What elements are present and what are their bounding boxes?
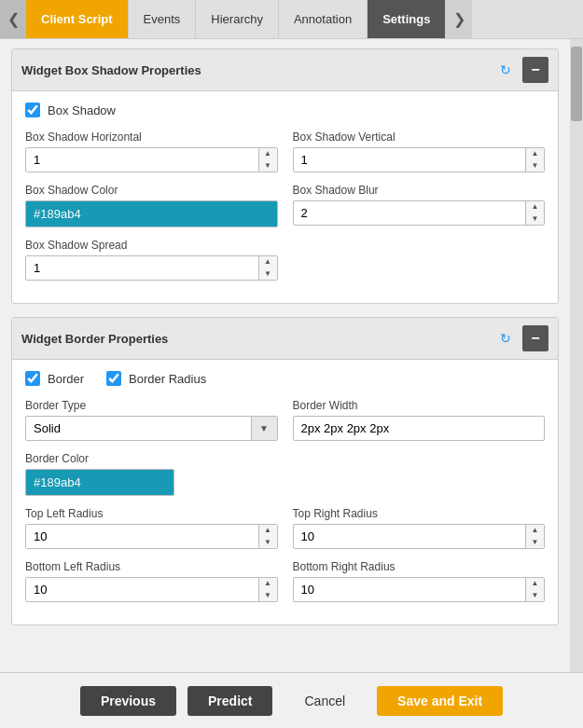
shadow-collapse-btn[interactable]: −: [522, 57, 548, 83]
scroll-track[interactable]: [570, 39, 583, 672]
shadow-horizontal-label: Box Shadow Horizontal: [25, 130, 278, 144]
save-exit-button[interactable]: Save and Exit: [377, 686, 503, 716]
radius-top-row: Top Left Radius ▲ ▼ Top Right Radius: [25, 507, 545, 549]
top-right-down[interactable]: ▼: [526, 537, 544, 549]
shadow-spread-col: Box Shadow Spread ▲ ▼: [25, 239, 278, 281]
top-left-input[interactable]: [26, 525, 258, 548]
shadow-blur-spinner: ▲ ▼: [525, 201, 544, 225]
shadow-color-label: Box Shadow Color: [25, 184, 278, 197]
shadow-blur-label: Box Shadow Blur: [293, 184, 546, 197]
top-left-down[interactable]: ▼: [259, 537, 277, 549]
tab-prev-btn[interactable]: ❮: [0, 0, 26, 38]
top-left-spinner: ▲ ▼: [258, 525, 277, 548]
border-radius-checkbox-label: Border Radius: [129, 372, 206, 386]
bottom-right-down[interactable]: ▼: [526, 590, 544, 602]
shadow-spread-input[interactable]: [26, 256, 258, 280]
top-right-input[interactable]: [294, 525, 526, 548]
shadow-vertical-spinner: ▲ ▼: [525, 148, 544, 172]
bottom-left-spinner: ▲ ▼: [258, 578, 277, 601]
top-right-col: Top Right Radius ▲ ▼: [293, 507, 546, 549]
border-refresh-btn[interactable]: ↻: [493, 325, 519, 351]
shadow-horizontal-down[interactable]: ▼: [259, 160, 277, 172]
shadow-vertical-up[interactable]: ▲: [526, 148, 544, 160]
border-type-label: Border Type: [25, 399, 278, 412]
shadow-section-header: Widget Box Shadow Properties ↻ −: [12, 49, 558, 91]
bottom-left-up[interactable]: ▲: [259, 578, 277, 590]
bottom-left-label: Bottom Left Radius: [25, 560, 278, 573]
shadow-blur-down[interactable]: ▼: [526, 213, 544, 226]
border-color-label: Border Color: [25, 452, 545, 465]
shadow-horizontal-input-wrap: ▲ ▼: [25, 147, 278, 172]
top-right-label: Top Right Radius: [293, 507, 546, 520]
box-shadow-checkbox-label: Box Shadow: [48, 103, 116, 117]
box-shadow-checkbox[interactable]: [25, 103, 40, 117]
shadow-color-field[interactable]: #189ab4: [25, 200, 278, 227]
tab-annotation[interactable]: Annotation: [279, 0, 368, 38]
top-left-up[interactable]: ▲: [259, 525, 277, 537]
top-right-up[interactable]: ▲: [526, 525, 544, 537]
shadow-spread-spinner: ▲ ▼: [258, 256, 277, 280]
tab-settings[interactable]: Settings: [368, 0, 446, 38]
bottom-left-input[interactable]: [26, 578, 258, 601]
shadow-refresh-btn[interactable]: ↻: [493, 57, 519, 83]
shadow-vertical-input-wrap: ▲ ▼: [293, 147, 546, 172]
shadow-vertical-down[interactable]: ▼: [526, 160, 544, 172]
border-type-width-row: Border Type Solid Dashed Dotted ▼ Border…: [25, 399, 545, 441]
cancel-button[interactable]: Cancel: [284, 686, 366, 716]
predict-button[interactable]: Predict: [187, 686, 272, 716]
border-radius-checkbox[interactable]: [106, 371, 121, 386]
border-width-col: Border Width: [293, 399, 546, 441]
shadow-horizontal-up[interactable]: ▲: [259, 148, 277, 160]
shadow-spread-input-wrap: ▲ ▼: [25, 255, 278, 281]
shadow-color-col: Box Shadow Color #189ab4: [25, 184, 278, 227]
border-checkbox-label: Border: [48, 372, 84, 386]
tab-client-script[interactable]: Client Script: [26, 0, 129, 38]
shadow-hv-row: Box Shadow Horizontal ▲ ▼ Box Shadow Ver…: [25, 130, 545, 172]
shadow-blur-col: Box Shadow Blur ▲ ▼: [293, 184, 546, 227]
border-type-select[interactable]: Solid Dashed Dotted: [26, 417, 251, 440]
border-collapse-btn[interactable]: −: [522, 325, 548, 351]
shadow-spread-label: Box Shadow Spread: [25, 239, 278, 252]
bottom-left-down[interactable]: ▼: [259, 590, 277, 602]
previous-button[interactable]: Previous: [80, 686, 176, 716]
radius-bottom-row: Bottom Left Radius ▲ ▼ Bottom Right Radi…: [25, 560, 545, 602]
border-section: Widget Border Properties ↻ − Border Bord…: [11, 317, 559, 625]
bottom-right-up[interactable]: ▲: [526, 578, 544, 590]
box-shadow-checkbox-row: Box Shadow: [25, 103, 545, 117]
shadow-section-body: Box Shadow Box Shadow Horizontal ▲ ▼: [12, 91, 558, 303]
shadow-spread-up[interactable]: ▲: [259, 256, 277, 268]
tab-bar: ❮ Client Script Events Hierarchy Annotat…: [0, 0, 583, 39]
border-color-picker[interactable]: #189ab4: [25, 469, 174, 496]
top-right-spinner: ▲ ▼: [525, 525, 544, 548]
shadow-horizontal-col: Box Shadow Horizontal ▲ ▼: [25, 130, 278, 172]
tab-hierarchy[interactable]: Hierarchy: [196, 0, 279, 38]
scroll-area: Widget Box Shadow Properties ↻ − Box Sha…: [0, 39, 570, 672]
main-content: Widget Box Shadow Properties ↻ − Box Sha…: [0, 39, 583, 672]
shadow-spread-down[interactable]: ▼: [259, 268, 277, 281]
shadow-section-actions: ↻ −: [493, 57, 548, 83]
border-checkbox[interactable]: [25, 371, 40, 386]
shadow-vertical-col: Box Shadow Vertical ▲ ▼: [293, 130, 546, 172]
shadow-horizontal-input[interactable]: [26, 148, 258, 172]
shadow-blur-up[interactable]: ▲: [526, 201, 544, 213]
shadow-vertical-input[interactable]: [294, 148, 526, 172]
tab-events[interactable]: Events: [129, 0, 197, 38]
bottom-left-col: Bottom Left Radius ▲ ▼: [25, 560, 278, 602]
border-width-input[interactable]: [293, 416, 546, 441]
bottom-right-input-wrap: ▲ ▼: [293, 577, 546, 602]
top-left-col: Top Left Radius ▲ ▼: [25, 507, 278, 549]
border-section-header: Widget Border Properties ↻ −: [12, 318, 558, 360]
border-checkbox-group: Border: [25, 371, 84, 386]
shadow-blur-input[interactable]: [294, 201, 526, 225]
shadow-blur-input-wrap: ▲ ▼: [293, 200, 546, 226]
tab-next-btn[interactable]: ❯: [446, 0, 472, 38]
bottom-right-input[interactable]: [294, 578, 526, 601]
bottom-bar: Previous Predict Cancel Save and Exit: [0, 672, 583, 728]
bottom-left-input-wrap: ▲ ▼: [25, 577, 278, 602]
shadow-vertical-label: Box Shadow Vertical: [293, 130, 546, 144]
top-left-label: Top Left Radius: [25, 507, 278, 520]
border-type-arrow-icon: ▼: [251, 417, 277, 440]
top-left-input-wrap: ▲ ▼: [25, 524, 278, 549]
border-type-col: Border Type Solid Dashed Dotted ▼: [25, 399, 278, 441]
shadow-horizontal-spinner: ▲ ▼: [258, 148, 277, 172]
